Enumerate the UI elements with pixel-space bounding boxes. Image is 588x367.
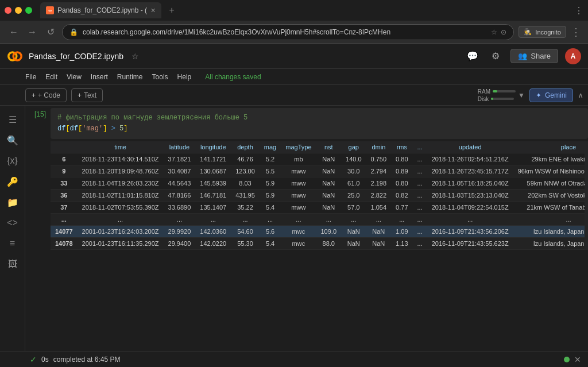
close-window-button[interactable] [5,7,11,14]
table-row: 62018-11-23T14:30:14.510Z37.1821141.1721… [51,153,585,165]
status-close-button[interactable]: ✕ [574,355,581,364]
status-completed: completed at 6:45 PM [53,356,121,364]
incognito-button[interactable]: 🕵 Incognito [519,26,566,38]
maximize-window-button[interactable] [25,7,32,14]
notebook-title: Pandas_for_CODE2.ipynb [29,52,123,61]
cell-nst: NaN [316,202,342,214]
menu-help[interactable]: Help [177,73,192,81]
cell-depth: 55.30 [231,238,260,250]
cell-magType: mb [281,153,316,165]
cell-latitude: 29.9920 [164,226,196,238]
tab-close-button[interactable]: ✕ [150,7,156,14]
table-header-row: time latitude longitude depth mag magTyp… [51,141,585,153]
cell-latitude: 37.1821 [164,153,196,165]
browser-menu-button[interactable]: ⋮ [574,5,583,16]
cell-nst: NaN [316,153,342,165]
cell-place: 96km WSW of Nishinoomote, Japan [513,165,585,177]
disk-bar-row: Disk [478,96,516,102]
bookmark-icon[interactable]: ☆ [491,28,497,36]
reload-button[interactable]: ↺ [44,25,57,39]
status-connected-dot [564,357,570,362]
settings-button[interactable]: ⚙ [488,48,504,64]
collapse-button[interactable]: ∧ [578,91,583,100]
cell-depth: 54.60 [231,226,260,238]
cell-gap: NaN [341,238,366,250]
cell-latitude: 30.4087 [164,165,196,177]
cell-nst: NaN [316,190,342,202]
cell-longitude: 135.1407 [195,202,231,214]
col-place: place [513,141,585,153]
cell-updated: 2018-11-03T15:23:13.040Z [427,190,513,202]
sidebar-search-icon[interactable]: 🔍 [3,131,22,149]
menu-edit[interactable]: Edit [45,73,57,81]
address-bar[interactable]: 🔒 colab.research.google.com/drive/1Mi16k… [62,24,514,40]
new-tab-button[interactable]: + [165,3,179,17]
table-row: 140772001-01-23T16:24:03.200Z29.9920142.… [51,226,585,238]
cell-mag: 5.6 [260,226,281,238]
code-editor[interactable]: # фильтрация по магнуде землетрясения бо… [51,108,588,139]
scrollbar[interactable] [585,141,588,250]
cell-mag: ... [260,214,281,226]
cell-time: 2018-11-04T19:26:03.230Z [78,177,164,190]
cell-dmin: 2.198 [366,177,392,190]
menu-file[interactable]: File [25,73,36,81]
back-button[interactable]: ← [7,25,21,39]
add-text-button[interactable]: + Text [71,88,103,102]
active-tab[interactable]: ∞ Pandas_for_CODE2.ipynb - ( ✕ [40,2,161,18]
add-code-label: + Code [38,91,60,99]
cell-depth: 35.22 [231,202,260,214]
cell-gap: 140.0 [341,153,366,165]
share-button[interactable]: 👥 Share [510,49,558,63]
lens-icon[interactable]: ⊙ [501,28,506,36]
sidebar-secrets-icon[interactable]: 🔑 [3,172,22,191]
col-nst: nst [316,141,342,153]
cell-place: 59km NNW of Otrada, Russia [513,177,585,190]
cell-mag: 5.9 [260,177,281,190]
share-label: Share [531,52,551,60]
cell-depth: 123.00 [231,165,260,177]
cell-dots: ... [413,190,427,202]
cell-updated: 2016-11-09T21:43:55.623Z [427,238,513,250]
browser-options-button[interactable]: ⋮ [571,26,581,38]
colab-header: Pandas_for_CODE2.ipynb ☆ 💬 ⚙ 👥 Share A [0,44,588,69]
cell-content[interactable]: # фильтрация по магнуде землетрясения бо… [51,108,588,139]
cell-rms: 0.77 [391,202,412,214]
cell-time: 2018-11-23T14:30:14.510Z [78,153,164,165]
add-code-button[interactable]: + + Code [25,88,67,102]
minimize-window-button[interactable] [15,7,22,14]
forward-button[interactable]: → [25,25,39,39]
cell-dmin: 0.750 [366,153,392,165]
tab-bar: ∞ Pandas_for_CODE2.ipynb - ( ✕ + ⋮ [0,0,588,21]
menu-tools[interactable]: Tools [152,73,168,81]
avatar[interactable]: A [565,48,581,64]
menu-insert[interactable]: Insert [91,73,108,81]
sidebar-files-icon[interactable]: 📁 [3,193,22,211]
sidebar-variables-icon[interactable]: {x} [3,152,22,170]
cell-longitude: 145.5939 [195,177,231,190]
menu-runtime[interactable]: Runtime [117,73,143,81]
star-icon[interactable]: ☆ [131,52,139,61]
cell-updated: 2018-11-26T02:54:51.216Z [427,153,513,165]
cell-longitude: 142.0220 [195,238,231,250]
cell-dmin: 2.822 [366,190,392,202]
sidebar-palette-icon[interactable]: 🖼 [3,255,22,273]
cell-longitude: 141.1721 [195,153,231,165]
incognito-icon: 🕵 [524,28,532,36]
cell-rms: ... [391,214,412,226]
cell-mag: 5.4 [260,202,281,214]
cell-index: 37 [51,202,78,214]
comment-button[interactable]: 💬 [465,48,481,64]
menu-view[interactable]: View [67,73,82,81]
ram-disk-expand-button[interactable]: ▼ [518,91,525,99]
gemini-button[interactable]: ✦ Gemini [529,88,573,102]
cell-row: [15] # фильтрация по магнуде землетрясен… [25,108,588,139]
cell-magType: ... [281,214,316,226]
sidebar-terminal-icon[interactable]: ≡ [3,234,22,253]
data-table: time latitude longitude depth mag magTyp… [51,141,585,250]
col-dots: ... [413,141,427,153]
sidebar-toc-icon[interactable]: ☰ [3,110,22,129]
cell-mag: 5.4 [260,238,281,250]
sidebar-code-icon[interactable]: <> [3,214,22,232]
cell-gap: 30.0 [341,165,366,177]
colab-logo[interactable] [7,48,23,64]
